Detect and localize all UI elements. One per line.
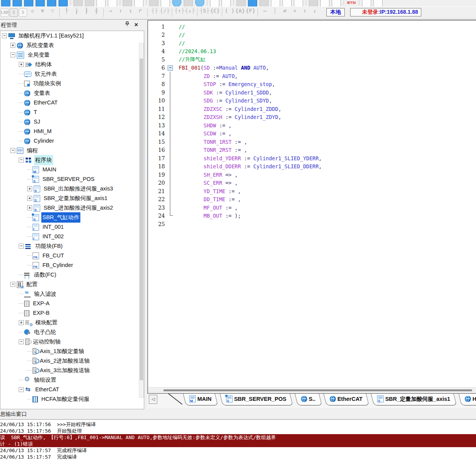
tree-item[interactable]: −全局变量 bbox=[0, 50, 144, 60]
code-line[interactable]: 1// bbox=[148, 23, 476, 31]
tree-vertical-scrollbar[interactable] bbox=[139, 43, 144, 398]
contact-rising-icon[interactable]: ┤↑├ bbox=[174, 8, 184, 17]
tree-expander[interactable]: − bbox=[19, 244, 24, 249]
down-arrow-hollow-icon[interactable]: ▽ bbox=[48, 8, 57, 17]
code-line[interactable]: 8 STOP := Emergency_stop, bbox=[148, 80, 476, 89]
toolbar-icon[interactable] bbox=[1, 0, 10, 7]
tree-item[interactable]: Axis_3出加酸推送轴 bbox=[0, 366, 144, 375]
tree-item[interactable]: +SBR_定量加酸伺服_axis1 bbox=[0, 194, 144, 203]
toolbar-icon[interactable] bbox=[161, 0, 170, 7]
tree-item[interactable]: T bbox=[0, 107, 144, 117]
tree-item[interactable]: SBR_SERVER_POS bbox=[0, 174, 144, 184]
toolbar-icon[interactable] bbox=[123, 0, 132, 7]
tree-item[interactable]: 轴组设置 bbox=[0, 375, 144, 385]
tree-item[interactable]: Axis_2进加酸推送轴 bbox=[0, 356, 144, 366]
tree-expander[interactable]: + bbox=[27, 196, 32, 201]
wire-up-icon[interactable]: ↑ bbox=[116, 8, 125, 17]
tree-item[interactable]: Cylinder bbox=[0, 136, 144, 146]
tree-item[interactable]: HCFA加酸定量伺服 bbox=[0, 394, 144, 404]
tree-expander[interactable]: + bbox=[27, 205, 32, 210]
toolbar-icon[interactable] bbox=[210, 0, 219, 7]
code-line[interactable]: 19 SH_ERR => , bbox=[148, 171, 476, 179]
contact-falling-icon[interactable]: ┤↓├ bbox=[185, 8, 195, 17]
code-line[interactable]: 22 DD_TIME := , bbox=[148, 195, 476, 204]
tree-item[interactable]: SJ bbox=[0, 117, 144, 127]
toolbar-icon[interactable] bbox=[47, 0, 56, 7]
tree-item[interactable]: 电子凸轮 bbox=[0, 327, 144, 337]
tree-item[interactable]: 变量表 bbox=[0, 88, 144, 98]
il-st-convert-icon[interactable]: IETSI bbox=[347, 1, 356, 5]
tab-HMI_M[interactable]: HMI_M bbox=[458, 394, 476, 405]
toolbar-icon[interactable] bbox=[184, 0, 193, 7]
tree-item[interactable]: −功能块(FB) bbox=[0, 241, 144, 251]
code-line[interactable]: 13 SHDW := , bbox=[148, 121, 476, 130]
code-line[interactable]: 18 shield_DDERR := Cylinder1_SLIED_DDERR… bbox=[148, 163, 476, 171]
toolbar-icon[interactable] bbox=[362, 0, 371, 7]
toolbar-icon[interactable] bbox=[248, 0, 257, 7]
code-line[interactable]: 25 bbox=[148, 220, 476, 228]
tree-item[interactable]: INT_002 bbox=[0, 232, 144, 241]
tree-expander[interactable]: + bbox=[10, 43, 15, 48]
vline-icon[interactable]: │ bbox=[270, 8, 279, 17]
toolbar-icon[interactable] bbox=[294, 0, 303, 7]
login-status[interactable]: 未登录:IP:192.168.1.88 bbox=[350, 8, 421, 16]
wire-corner-down-icon[interactable]: ↴ bbox=[126, 8, 135, 17]
coil-f-icon[interactable]: {F} bbox=[246, 8, 255, 17]
toolbar-icon[interactable] bbox=[195, 0, 204, 7]
tree-expander[interactable]: + bbox=[19, 62, 24, 67]
tree-expander[interactable]: − bbox=[10, 148, 15, 153]
code-line[interactable]: 3// bbox=[148, 39, 476, 47]
branch-open-icon[interactable]: ┞ bbox=[62, 8, 71, 17]
code-line[interactable]: 2// bbox=[148, 31, 476, 39]
code-line[interactable]: 9 SDK := Cylinder1_SDDD, bbox=[148, 88, 476, 97]
tree-expander[interactable]: − bbox=[2, 33, 7, 38]
contact-nc-icon[interactable]: ┤/├ bbox=[160, 8, 170, 17]
code-line[interactable]: 16 TONR_2RST := , bbox=[148, 146, 476, 155]
tab-SBR_SERVER_POS[interactable]: SBR_SERVER_POS bbox=[220, 394, 293, 405]
toolbar-icon[interactable] bbox=[259, 0, 269, 7]
tree-item[interactable]: FB_CUT bbox=[0, 251, 144, 260]
code-line[interactable]: 6FBI_001(SD :=Manual AND AUTO, bbox=[148, 64, 476, 72]
tree-item[interactable]: −EtherCAT bbox=[0, 385, 144, 394]
tree-item[interactable]: +系统变量表 bbox=[0, 41, 144, 50]
toolbar-icon[interactable] bbox=[282, 0, 292, 7]
editor-horizontal-scrollbar[interactable] bbox=[148, 387, 476, 393]
code-line[interactable]: 11 ZDZXSC := Cylinder1_ZDDD, bbox=[148, 105, 476, 113]
local-mode-button[interactable]: 本地 bbox=[326, 8, 345, 16]
tree-item[interactable]: INT_001 bbox=[0, 222, 144, 232]
tree-item[interactable]: SBR_气缸动作 bbox=[0, 213, 144, 222]
tree-expander[interactable]: − bbox=[10, 52, 15, 57]
tree-expander[interactable]: − bbox=[19, 158, 24, 163]
down-arrow-filled-icon[interactable]: ▼ bbox=[38, 8, 47, 17]
toolbar-icon[interactable] bbox=[85, 0, 94, 7]
tab-S..[interactable]: S.. bbox=[295, 394, 322, 405]
tree-item[interactable]: −配置 bbox=[0, 280, 144, 289]
code-line[interactable]: 23 MF_OUT := , bbox=[148, 203, 476, 212]
toolbar-icon[interactable] bbox=[320, 0, 329, 7]
branch-parallel-icon[interactable]: ┠ bbox=[82, 8, 91, 17]
tree-item[interactable]: −运动控制轴 bbox=[0, 337, 144, 347]
coil-shape-icon[interactable]: ◇ bbox=[28, 8, 37, 17]
toolbar-icon[interactable] bbox=[373, 0, 383, 7]
toolbar-icon[interactable] bbox=[332, 0, 341, 7]
code-line[interactable]: 4//2024.06.13 bbox=[148, 47, 476, 56]
tree-item[interactable]: EtherCAT bbox=[0, 98, 144, 107]
tree-item[interactable]: EXP-A bbox=[0, 299, 144, 308]
fold-collapse-box[interactable]: − bbox=[168, 65, 173, 71]
code-line[interactable]: 12 ZDZXSH := Cylinder1_ZDYD, bbox=[148, 113, 476, 122]
wire-right-icon[interactable]: → bbox=[106, 8, 115, 17]
tree-expander[interactable]: − bbox=[10, 282, 15, 287]
code-line[interactable]: 10 SDG := Cylinder1_SDYD, bbox=[148, 97, 476, 105]
toolbar-icon[interactable] bbox=[134, 0, 143, 7]
line-down-icon[interactable]: ↓ bbox=[310, 8, 319, 17]
tree-item[interactable]: 函数(FC) bbox=[0, 270, 144, 280]
code-line[interactable]: 17 shield_YDERR := Cylinder1_SLIED_YDERR… bbox=[148, 154, 476, 163]
tree-item[interactable]: +模块配置 bbox=[0, 318, 144, 327]
tree-item[interactable]: +结构体 bbox=[0, 60, 144, 69]
output-line[interactable]: 24/06/13 15:17:57 完成程序编译 bbox=[0, 447, 476, 454]
tree-item[interactable]: 输入滤波 bbox=[0, 289, 144, 299]
tree-expander[interactable]: + bbox=[27, 186, 32, 191]
line-up-icon[interactable]: ↑ bbox=[300, 8, 309, 17]
output-line[interactable]: 误 SBR_气缸动作, 【行号:6】,FBI_001->MANUAL AND A… bbox=[0, 434, 476, 441]
toolbar-icon[interactable] bbox=[309, 0, 318, 7]
